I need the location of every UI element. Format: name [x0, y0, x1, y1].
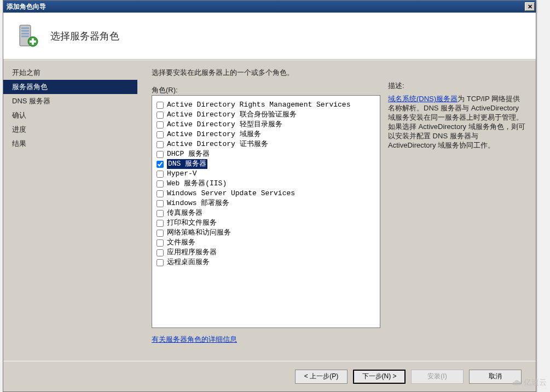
roles-label: 角色(R): — [152, 85, 380, 95]
watermark-text: 亿速云 — [524, 378, 547, 388]
main-panel: 选择要安装在此服务器上的一个或多个角色。 角色(R): Active Direc… — [137, 60, 536, 361]
svg-rect-1 — [21, 27, 29, 29]
role-checkbox[interactable] — [157, 161, 164, 168]
svg-rect-3 — [21, 33, 29, 34]
roles-listbox[interactable]: Active Directory Rights Management Servi… — [152, 95, 380, 328]
header-band: 选择服务器角色 — [3, 13, 536, 60]
role-row[interactable]: Windows Server Update Services — [157, 189, 375, 198]
role-row[interactable]: 应用程序服务器 — [157, 248, 375, 258]
role-label: Active Directory 轻型目录服务 — [167, 120, 282, 130]
more-info-link[interactable]: 有关服务器角色的详细信息 — [152, 335, 237, 344]
role-label: Active Directory 联合身份验证服务 — [167, 110, 297, 120]
install-button: 安装(I) — [411, 370, 464, 384]
description-link[interactable]: 域名系统(DNS)服务器 — [388, 95, 458, 103]
description-text: 域名系统(DNS)服务器为 TCP/IP 网络提供名称解析。DNS 服务器与 A… — [388, 94, 526, 150]
cloud-icon — [512, 378, 522, 388]
role-row[interactable]: 打印和文件服务 — [157, 218, 375, 228]
role-label: DNS 服务器 — [167, 159, 207, 169]
description-body: 为 TCP/IP 网络提供名称解析。DNS 服务器与 ActiveDirecto… — [388, 95, 525, 149]
instruction-text: 选择要安装在此服务器上的一个或多个角色。 — [152, 68, 526, 78]
role-row[interactable]: Active Directory 域服务 — [157, 130, 375, 139]
description-title: 描述: — [388, 81, 526, 91]
role-row[interactable]: Web 服务器(IIS) — [157, 179, 375, 189]
role-label: Active Directory Rights Management Servi… — [167, 100, 350, 110]
columns: 角色(R): Active Directory Rights Managemen… — [152, 81, 526, 344]
role-row[interactable]: DHCP 服务器 — [157, 149, 375, 159]
role-checkbox[interactable] — [157, 112, 164, 119]
role-label: 文件服务 — [167, 238, 195, 248]
role-checkbox[interactable] — [157, 239, 164, 247]
role-checkbox[interactable] — [157, 210, 164, 217]
wizard-body: 开始之前 服务器角色 DNS 服务器 确认 进度 结果 选择要安装在此服务器上的… — [3, 60, 536, 361]
svg-rect-4 — [21, 36, 29, 37]
role-row[interactable]: Active Directory 轻型目录服务 — [157, 120, 375, 130]
svg-rect-7 — [30, 40, 36, 43]
next-button[interactable]: 下一步(N) > — [353, 370, 406, 384]
role-label: Active Directory 证书服务 — [167, 139, 268, 149]
role-checkbox[interactable] — [157, 141, 164, 148]
role-checkbox[interactable] — [157, 220, 164, 227]
role-checkbox[interactable] — [157, 230, 164, 237]
role-label: 应用程序服务器 — [167, 248, 217, 258]
role-row[interactable]: 远程桌面服务 — [157, 258, 375, 267]
role-label: Windows 部署服务 — [167, 198, 229, 208]
roles-column: 角色(R): Active Directory Rights Managemen… — [152, 81, 380, 344]
role-row[interactable]: DNS 服务器 — [157, 159, 375, 169]
role-checkbox[interactable] — [157, 200, 164, 207]
back-button[interactable]: < 上一步(P) — [295, 370, 348, 384]
sidebar-item-before[interactable]: 开始之前 — [3, 66, 137, 80]
role-checkbox[interactable] — [157, 180, 164, 188]
role-checkbox[interactable] — [157, 121, 164, 128]
role-label: 远程桌面服务 — [167, 258, 210, 267]
role-checkbox[interactable] — [157, 102, 164, 109]
role-checkbox[interactable] — [157, 151, 164, 158]
sidebar-item-dns[interactable]: DNS 服务器 — [3, 94, 137, 108]
role-row[interactable]: 文件服务 — [157, 238, 375, 248]
role-label: 网络策略和访问服务 — [167, 228, 231, 238]
role-row[interactable]: Hyper-V — [157, 169, 375, 179]
role-row[interactable]: Active Directory Rights Management Servi… — [157, 100, 375, 110]
role-label: Windows Server Update Services — [167, 189, 295, 198]
role-row[interactable]: Windows 部署服务 — [157, 198, 375, 208]
sidebar: 开始之前 服务器角色 DNS 服务器 确认 进度 结果 — [3, 60, 137, 361]
role-label: Hyper-V — [167, 169, 197, 179]
role-label: 传真服务器 — [167, 208, 202, 218]
role-checkbox[interactable] — [157, 190, 164, 197]
role-label: DHCP 服务器 — [167, 149, 210, 159]
sidebar-item-server-roles[interactable]: 服务器角色 — [3, 80, 137, 94]
role-label: Web 服务器(IIS) — [167, 179, 227, 189]
wizard-window: 添加角色向导 ✕ 选择服务器角色 开始之前 服务器角色 DNS 服务器 确认 进… — [3, 0, 536, 392]
description-column: 描述: 域名系统(DNS)服务器为 TCP/IP 网络提供名称解析。DNS 服务… — [388, 81, 526, 150]
role-row[interactable]: Active Directory 证书服务 — [157, 139, 375, 149]
sidebar-item-progress[interactable]: 进度 — [3, 122, 137, 137]
role-checkbox[interactable] — [157, 249, 164, 256]
svg-rect-2 — [21, 30, 29, 32]
window-title: 添加角色向导 — [7, 2, 525, 11]
role-checkbox[interactable] — [157, 131, 164, 138]
button-bar: < 上一步(P) 下一步(N) > 安装(I) 取消 — [3, 361, 536, 391]
sidebar-item-confirm[interactable]: 确认 — [3, 108, 137, 122]
role-checkbox[interactable] — [157, 259, 164, 266]
page-title: 选择服务器角色 — [50, 30, 119, 43]
watermark: 亿速云 — [512, 378, 547, 388]
close-icon: ✕ — [528, 3, 532, 10]
titlebar: 添加角色向导 ✕ — [3, 1, 536, 13]
role-row[interactable]: 传真服务器 — [157, 208, 375, 218]
role-row[interactable]: 网络策略和访问服务 — [157, 228, 375, 238]
role-label: Active Directory 域服务 — [167, 130, 261, 139]
role-label: 打印和文件服务 — [167, 218, 217, 228]
role-checkbox[interactable] — [157, 171, 164, 178]
sidebar-item-results[interactable]: 结果 — [3, 137, 137, 151]
server-role-icon — [14, 23, 40, 49]
close-button[interactable]: ✕ — [525, 2, 535, 11]
role-row[interactable]: Active Directory 联合身份验证服务 — [157, 110, 375, 120]
